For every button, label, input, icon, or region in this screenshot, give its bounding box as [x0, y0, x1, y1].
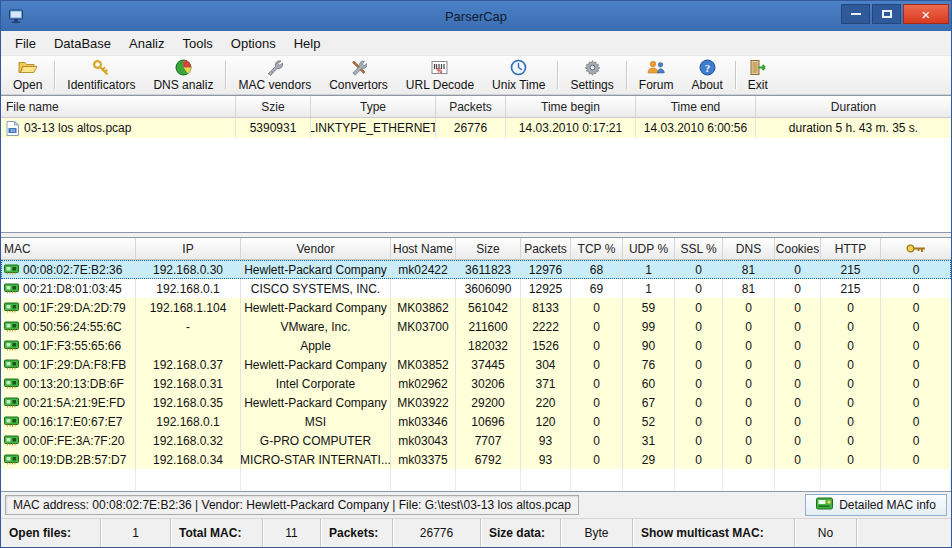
mac-table-row[interactable]: 00:08:02:7E:B2:36192.168.0.30Hewlett-Pac…	[1, 260, 951, 279]
mac-table-row-cell: 0	[675, 450, 723, 469]
mac-table-row-cell: 192.168.0.1	[136, 279, 241, 298]
mac-table-row[interactable]: 00:1F:29:DA:F8:FB192.168.0.37Hewlett-Pac…	[1, 355, 951, 374]
mac-table-row[interactable]: 00:1F:F3:55:65:66Apple182032152609000000	[1, 336, 951, 355]
app-window: ParserCap × File DataBase Analiz Tools O…	[0, 0, 952, 548]
column-header-tcp-[interactable]: TCP %	[571, 238, 623, 259]
column-header-dns[interactable]: DNS	[723, 238, 775, 259]
mac-table-row-cell: Hewlett-Packard Company	[241, 393, 391, 412]
nic-icon	[4, 302, 19, 313]
column-header-http[interactable]: HTTP	[821, 238, 881, 259]
mac-table-row-cell: 00:19:DB:2B:57:D7	[1, 450, 136, 469]
column-header-mac[interactable]: MAC	[1, 238, 136, 259]
toolbar-exit-button[interactable]: Exit	[739, 57, 777, 93]
nic-icon	[4, 397, 19, 408]
detailed-mac-info-label: Detailed MAC info	[839, 498, 936, 512]
column-header-time-begin[interactable]: Time begin	[506, 96, 636, 117]
detailed-mac-info-button[interactable]: Detailed MAC info	[805, 494, 947, 516]
selection-info-box: MAC address: 00:08:02:7E:B2:36 | Vendor:…	[5, 495, 579, 515]
menu-file[interactable]: File	[6, 32, 45, 55]
mac-table-row[interactable]: 00:21:5A:21:9E:FD192.168.0.35Hewlett-Pac…	[1, 393, 951, 412]
mac-table-row[interactable]: 00:13:20:13:DB:6F192.168.0.31Intel Corpo…	[1, 374, 951, 393]
menu-options[interactable]: Options	[222, 32, 285, 55]
column-header-host-name[interactable]: Host Name	[391, 238, 456, 259]
mac-table-row-cell: 0	[675, 298, 723, 317]
status-total-mac-label: Total MAC:	[171, 519, 263, 547]
toolbar-settings-button[interactable]: Settings	[561, 57, 622, 93]
mac-table-row-cell: 304	[521, 355, 571, 374]
mac-table-row-cell: 0	[881, 260, 951, 279]
mac-table-row-cell: 192.168.0.31	[136, 374, 241, 393]
toolbar-convertors-button[interactable]: Convertors	[320, 57, 397, 93]
mac-table-row-cell: 0	[675, 374, 723, 393]
mac-table-row-cell: 0	[881, 355, 951, 374]
mac-table-row-cell: 10696	[456, 412, 521, 431]
mac-table-row[interactable]: 00:0F:FE:3A:7F:20192.168.0.32G-PRO COMPU…	[1, 431, 951, 450]
file-table-row[interactable]: 1003-13 los altos.pcap5390931LINKTYPE_ET…	[1, 118, 951, 138]
filler-cell	[436, 138, 506, 232]
column-header-file-name[interactable]: File name	[1, 96, 236, 117]
maximize-button[interactable]	[872, 4, 901, 24]
toolbar-about-button[interactable]: ? About	[682, 57, 731, 93]
mac-table-row-cell: 0	[723, 431, 775, 450]
toolbar: Open Identificators DNS analiz MAC vendo…	[1, 55, 951, 95]
toolbar-identificators-button[interactable]: Identificators	[58, 57, 144, 93]
mac-table-row-cell: 00:1F:F3:55:65:66	[1, 336, 136, 355]
column-header-udp-[interactable]: UDP %	[623, 238, 675, 259]
mac-table-row-cell: 81	[723, 260, 775, 279]
mac-table-row-cell: 0	[881, 279, 951, 298]
mac-table-row-cell: MK03700	[391, 317, 456, 336]
mac-table-row-cell: 0	[675, 260, 723, 279]
mac-table-row-cell: 0	[821, 317, 881, 336]
column-header-size[interactable]: Size	[456, 238, 521, 259]
file-table-header: File nameSzieTypePacketsTime beginTime e…	[1, 96, 951, 118]
mac-table-row-cell: mk02422	[391, 260, 456, 279]
column-header-key[interactable]	[881, 238, 951, 259]
file-table-body: 1003-13 los altos.pcap5390931LINKTYPE_ET…	[1, 118, 951, 232]
nic-icon	[4, 321, 19, 332]
status-multicast-value: No	[795, 519, 857, 547]
mac-table-row-cell: 0	[675, 412, 723, 431]
mac-table-row-cell: Hewlett-Packard Company	[241, 298, 391, 317]
column-header-szie[interactable]: Szie	[236, 96, 311, 117]
minimize-button[interactable]	[841, 4, 870, 24]
column-header-ssl-[interactable]: SSL %	[675, 238, 723, 259]
column-header-cookies[interactable]: Cookies	[775, 238, 821, 259]
menu-tools[interactable]: Tools	[173, 32, 221, 55]
svg-text:%: %	[437, 67, 443, 74]
column-header-packets[interactable]: Packets	[521, 238, 571, 259]
column-header-packets[interactable]: Packets	[436, 96, 506, 117]
toolbar-unix-time-button[interactable]: Unix Time	[483, 57, 554, 93]
column-header-type[interactable]: Type	[311, 96, 436, 117]
menu-analiz[interactable]: Analiz	[120, 32, 173, 55]
filler-cell	[1, 469, 136, 491]
menu-help[interactable]: Help	[285, 32, 330, 55]
mac-table-row[interactable]: 00:19:DB:2B:57:D7192.168.0.34MICRO-STAR …	[1, 450, 951, 469]
menu-database[interactable]: DataBase	[45, 32, 120, 55]
column-header-time-end[interactable]: Time end	[636, 96, 756, 117]
column-header-duration[interactable]: Duration	[756, 96, 951, 117]
filler-cell	[136, 469, 241, 491]
mac-table-row[interactable]: 00:21:D8:01:03:45192.168.0.1CISCO SYSTEM…	[1, 279, 951, 298]
mac-table-row-cell: 93	[521, 450, 571, 469]
close-button[interactable]: ×	[903, 4, 949, 24]
status-size-data-label: Size data:	[481, 519, 561, 547]
toolbar-url-decode-button[interactable]: % URL Decode	[397, 57, 483, 93]
filler-cell	[241, 469, 391, 491]
toolbar-separator	[626, 61, 627, 89]
toolbar-identificators-label: Identificators	[67, 78, 135, 92]
column-header-vendor[interactable]: Vendor	[241, 238, 391, 259]
toolbar-unix-time-label: Unix Time	[492, 78, 545, 92]
toolbar-forum-button[interactable]: Forum	[630, 57, 683, 93]
column-header-ip[interactable]: IP	[136, 238, 241, 259]
mac-table-row-cell: 0	[675, 355, 723, 374]
toolbar-dns-analiz-button[interactable]: DNS analiz	[144, 57, 222, 93]
mac-table-row[interactable]: 00:16:17:E0:67:E7192.168.0.1MSImk0334610…	[1, 412, 951, 431]
toolbar-open-button[interactable]: Open	[4, 57, 51, 93]
mac-table-row-cell: Apple	[241, 336, 391, 355]
mac-table-row[interactable]: 00:50:56:24:55:6C-VMware, Inc.MK03700211…	[1, 317, 951, 336]
nic-icon	[4, 454, 19, 465]
mac-table-row-cell: 0	[821, 393, 881, 412]
mac-table-row[interactable]: 00:1F:29:DA:2D:79192.168.1.104Hewlett-Pa…	[1, 298, 951, 317]
toolbar-mac-vendors-button[interactable]: MAC vendors	[229, 57, 320, 93]
mac-table-row-cell: 561042	[456, 298, 521, 317]
